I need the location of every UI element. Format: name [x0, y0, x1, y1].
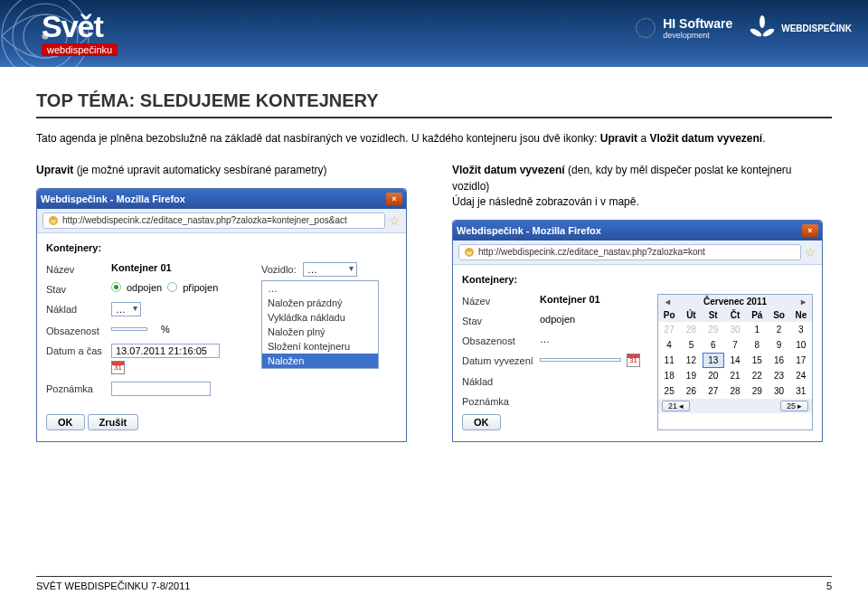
- webdispecink-logo: WEBDISPEČINK: [749, 14, 852, 42]
- calendar-day[interactable]: 20: [703, 368, 724, 383]
- dropdown-option[interactable]: Naložen plný: [262, 325, 378, 339]
- calendar-day[interactable]: 6: [703, 337, 724, 353]
- calendar-dow: Út: [680, 308, 702, 322]
- calendar-icon[interactable]: 31: [627, 354, 640, 367]
- calendar-day[interactable]: 14: [724, 353, 746, 368]
- calendar-day[interactable]: 29: [746, 383, 768, 399]
- date-picker-popup[interactable]: ◂ Červenec 2011 ▸ PoÚtStČtPáSoNe27282930…: [657, 294, 813, 430]
- radio-pripojen[interactable]: [167, 282, 177, 292]
- calendar-day[interactable]: 29: [703, 322, 724, 337]
- calendar-day[interactable]: 27: [658, 322, 680, 337]
- label-vozidlo: Vozidlo:: [261, 262, 303, 275]
- logos-right: HI Software development WEBDISPEČINK: [634, 14, 852, 42]
- svg-point-7: [762, 27, 776, 38]
- select-vozidlo[interactable]: …: [303, 262, 357, 277]
- value-obsazenost: …: [540, 334, 550, 344]
- cal-foot-left[interactable]: 21 ◂: [662, 401, 690, 411]
- brand-sub: webdispečinku: [42, 43, 118, 56]
- calendar-day[interactable]: 2: [768, 322, 789, 337]
- svg-text:w: w: [50, 217, 56, 225]
- input-poznamka[interactable]: [111, 382, 211, 396]
- calendar-day[interactable]: 18: [658, 368, 680, 383]
- column-vlozit: Vložit datum vyvezení (den, kdy by měl d…: [452, 163, 832, 441]
- calendar-day[interactable]: 13: [703, 353, 724, 368]
- label-naklad: Náklad: [462, 374, 540, 387]
- naklad-dropdown-list[interactable]: …Naložen prázdnýVykládka nákladuNaložen …: [261, 280, 379, 369]
- calendar-day[interactable]: 7: [724, 337, 746, 353]
- calendar-day[interactable]: 23: [768, 368, 789, 383]
- input-obsazenost[interactable]: [111, 327, 147, 331]
- ok-button[interactable]: OK: [462, 414, 501, 430]
- calendar-day[interactable]: 30: [768, 383, 789, 399]
- address-bar: w http://webdispecink.cz/editace_nastav.…: [37, 209, 406, 233]
- radio-odpojen[interactable]: [111, 282, 121, 292]
- url-input[interactable]: w http://webdispecink.cz/editace_nastav.…: [458, 244, 801, 260]
- column-upravit: Upravit (je možné upravit automaticky se…: [36, 163, 416, 441]
- brand-block: Svět webdispečinku: [42, 9, 118, 56]
- bookmark-star-icon[interactable]: ☆: [805, 245, 816, 260]
- next-month-icon[interactable]: ▸: [797, 297, 808, 307]
- calendar-day[interactable]: 1: [746, 322, 768, 337]
- calendar-day[interactable]: 17: [790, 353, 812, 368]
- dropdown-option[interactable]: Naložen prázdný: [262, 296, 378, 310]
- calendar-day[interactable]: 16: [768, 353, 789, 368]
- cancel-button[interactable]: Zrušit: [88, 414, 139, 430]
- calendar-day[interactable]: 12: [680, 353, 702, 368]
- label-obsazenost: Obsazenost: [462, 334, 540, 346]
- calendar-icon[interactable]: 31: [111, 361, 125, 374]
- calendar-day[interactable]: 4: [658, 337, 680, 353]
- webdispecink-text: WEBDISPEČINK: [781, 24, 852, 33]
- calendar-day[interactable]: 15: [746, 353, 768, 368]
- input-datum-vyvezeni[interactable]: [540, 358, 621, 362]
- section-kontejnery: Kontejnery:: [46, 242, 397, 253]
- calendar-day[interactable]: 22: [746, 368, 768, 383]
- calendar-day[interactable]: 25: [658, 383, 680, 399]
- label-stav: Stav: [462, 314, 540, 326]
- calendar-dow: Čt: [724, 308, 746, 322]
- window-titlebar[interactable]: Webdispečink - Mozilla Firefox ×: [453, 221, 822, 241]
- window-titlebar[interactable]: Webdispečink - Mozilla Firefox ×: [37, 189, 406, 209]
- calendar-day[interactable]: 21: [724, 368, 746, 383]
- label-poznamka: Poznámka: [462, 394, 540, 407]
- calendar-day[interactable]: 9: [768, 337, 789, 353]
- calendar-title: Červenec 2011: [703, 297, 767, 307]
- calendar-day[interactable]: 3: [790, 322, 812, 337]
- url-input[interactable]: w http://webdispecink.cz/editace_nastav.…: [42, 212, 385, 229]
- calendar-day[interactable]: 19: [680, 368, 702, 383]
- dropdown-option[interactable]: …: [262, 281, 378, 296]
- dropdown-option[interactable]: Naložen: [262, 354, 378, 368]
- close-icon[interactable]: ×: [802, 224, 818, 237]
- hi-software-sub: development: [663, 31, 732, 40]
- calendar-grid: PoÚtStČtPáSoNe27282930123456789101112131…: [658, 308, 812, 399]
- calendar-day[interactable]: 31: [790, 383, 812, 399]
- calendar-day[interactable]: 30: [724, 322, 746, 337]
- firefox-window-right: Webdispečink - Mozilla Firefox × w http:…: [452, 220, 823, 442]
- intro-paragraph: Tato agenda je plněna bezobslužně na zák…: [36, 131, 832, 146]
- dropdown-option[interactable]: Složení kontejneru: [262, 339, 378, 354]
- bookmark-star-icon[interactable]: ☆: [389, 213, 401, 228]
- calendar-day[interactable]: 10: [790, 337, 812, 353]
- calendar-day[interactable]: 28: [724, 383, 746, 399]
- calendar-day[interactable]: 27: [703, 383, 724, 399]
- calendar-dow: So: [768, 308, 789, 322]
- close-icon[interactable]: ×: [386, 193, 402, 205]
- label-datum: Datum a čas: [46, 344, 111, 356]
- prev-month-icon[interactable]: ◂: [662, 297, 673, 307]
- calendar-day[interactable]: 8: [746, 337, 768, 353]
- calendar-day[interactable]: 5: [680, 337, 702, 353]
- hi-software-text: HI Software: [663, 16, 732, 31]
- calendar-day[interactable]: 26: [680, 383, 702, 399]
- favicon-icon: w: [48, 215, 59, 226]
- input-datum[interactable]: 13.07.2011 21:16:05: [111, 344, 220, 358]
- calendar-day[interactable]: 28: [680, 322, 702, 337]
- calendar-day[interactable]: 24: [790, 368, 812, 383]
- address-bar: w http://webdispecink.cz/editace_nastav.…: [453, 241, 822, 265]
- calendar-day[interactable]: 11: [658, 353, 680, 368]
- dropdown-option[interactable]: Vykládka nákladu: [262, 310, 378, 325]
- propeller-icon: [749, 14, 776, 42]
- svg-point-4: [637, 19, 656, 38]
- select-naklad[interactable]: …: [111, 302, 141, 316]
- ok-button[interactable]: OK: [46, 414, 85, 430]
- vlozit-heading: Vložit datum vyvezení (den, kdy by měl d…: [452, 163, 832, 210]
- cal-foot-right[interactable]: 25 ▸: [780, 401, 808, 411]
